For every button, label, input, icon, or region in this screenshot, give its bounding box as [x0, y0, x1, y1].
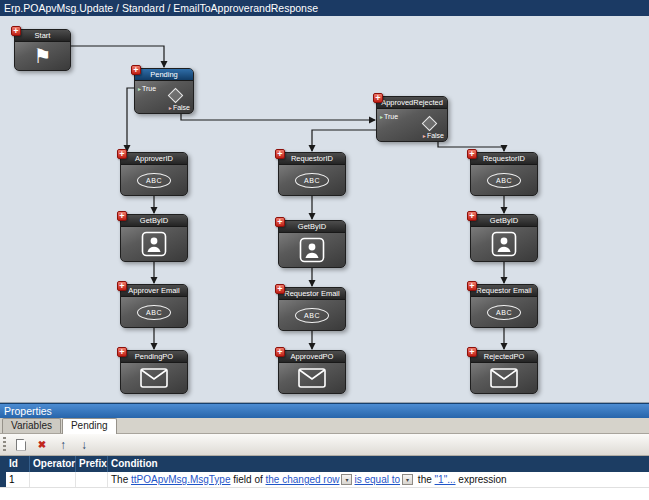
add-badge-icon[interactable]: + [467, 347, 477, 357]
add-badge-icon[interactable]: + [467, 211, 477, 221]
node-approved-po[interactable]: + ApprovedPO [278, 350, 346, 394]
node-title: GetByID [279, 221, 345, 233]
edges-layer [0, 16, 649, 403]
delete-row-button[interactable]: ✖ [32, 436, 52, 454]
envelope-icon [490, 368, 518, 388]
column-header-operator: Operator [30, 456, 76, 472]
add-badge-icon[interactable]: + [275, 149, 285, 159]
add-badge-icon[interactable]: + [275, 284, 285, 294]
condition-cell: The ttPOApvMsg.MsgType field of the chan… [108, 472, 649, 487]
node-title: Requestor Email [279, 288, 345, 300]
grid-toolbar: ✖↑↓ [0, 434, 649, 456]
decision-diamond-icon [168, 88, 184, 104]
edge-pending-to-approver-id [127, 88, 134, 151]
condition-link[interactable]: the changed row [266, 472, 340, 487]
node-title: Pending [135, 69, 193, 81]
node-requestor-id-3[interactable]: + RequestorID ABC [470, 152, 538, 196]
add-badge-icon[interactable]: + [275, 347, 285, 357]
abc-field-icon: ABC [295, 308, 329, 323]
false-branch-label: ▸False [423, 132, 444, 139]
node-title: ApprovedRejected [377, 97, 447, 109]
edge-pending-to-approved-rejected [181, 114, 375, 120]
add-badge-icon[interactable]: + [11, 26, 21, 36]
add-badge-icon[interactable]: + [467, 281, 477, 291]
node-requestor-email-2[interactable]: + Requestor Email ABC [278, 287, 346, 331]
node-title: RequestorID [279, 153, 345, 165]
dropdown-button[interactable]: ▾ [341, 474, 352, 485]
node-requestor-email-3[interactable]: + Requestor Email ABC [470, 284, 538, 328]
node-get-by-id-3[interactable]: + GetByID [470, 214, 538, 262]
chevron-down-icon: ▾ [406, 477, 409, 483]
chevron-down-icon: ▾ [345, 477, 348, 483]
condition-text: the [415, 472, 434, 487]
node-rejected-po[interactable]: + RejectedPO [470, 350, 538, 394]
abc-field-icon: ABC [487, 305, 521, 320]
properties-panel-header[interactable]: Properties [0, 403, 649, 418]
row-prefix-cell [76, 472, 108, 487]
node-title: ApprovedPO [279, 351, 345, 363]
delete-row-icon: ✖ [38, 440, 46, 450]
add-badge-icon[interactable]: + [117, 149, 127, 159]
add-badge-icon[interactable]: + [275, 217, 285, 227]
node-title: ApproverID [121, 153, 187, 165]
column-header-id: Id [6, 456, 30, 472]
condition-link[interactable]: "1"... [435, 472, 456, 487]
condition-text: The [111, 472, 131, 487]
envelope-icon [140, 368, 168, 388]
row-operator-cell [30, 472, 76, 487]
node-approved-rejected[interactable]: + ApprovedRejected ▸True ▸False [376, 96, 448, 142]
dropdown-button[interactable]: ▾ [402, 474, 413, 485]
abc-field-icon: ABC [295, 173, 329, 188]
add-row-button[interactable] [11, 436, 31, 454]
node-body [121, 363, 187, 393]
tab-pending[interactable]: Pending [62, 418, 117, 434]
node-pending-po[interactable]: + PendingPO [120, 350, 188, 394]
condition-row[interactable]: 1 The ttPOApvMsg.MsgType field of the ch… [0, 472, 649, 488]
column-header-condition: Condition [108, 456, 649, 472]
node-start[interactable]: + Start ⚑ [14, 29, 71, 71]
person-icon [299, 237, 325, 263]
add-badge-icon[interactable]: + [131, 65, 141, 75]
node-body: ABC [471, 165, 537, 195]
column-header-prefix: Prefix [76, 456, 108, 472]
flag-icon: ⚑ [34, 46, 52, 66]
person-icon [141, 231, 167, 257]
add-badge-icon[interactable]: + [467, 149, 477, 159]
node-approver-id[interactable]: + ApproverID ABC [120, 152, 188, 196]
grid-header: IdOperatorPrefixCondition [0, 456, 649, 472]
node-body [279, 233, 345, 267]
node-body [279, 363, 345, 393]
node-title: Start [15, 30, 70, 42]
edge-start-to-pending [71, 46, 164, 67]
node-pending[interactable]: + Pending ▸True ▸False [134, 68, 194, 114]
add-badge-icon[interactable]: + [117, 281, 127, 291]
node-approver-email[interactable]: + Approver Email ABC [120, 284, 188, 328]
node-body: ⚑ [15, 42, 70, 70]
breadcrumb-title-bar: Erp.POApvMsg.Update / Standard / EmailTo… [0, 0, 649, 16]
node-body: ▸True ▸False [135, 81, 193, 113]
bpm-designer-window: Erp.POApvMsg.Update / Standard / EmailTo… [0, 0, 649, 500]
person-icon [491, 231, 517, 257]
node-body: ABC [121, 297, 187, 327]
add-badge-icon[interactable]: + [117, 347, 127, 357]
abc-field-icon: ABC [137, 173, 171, 188]
add-badge-icon[interactable]: + [117, 211, 127, 221]
condition-text: expression [456, 472, 507, 487]
node-requestor-id-2[interactable]: + RequestorID ABC [278, 152, 346, 196]
node-body [471, 227, 537, 261]
move-down-button[interactable]: ↓ [74, 436, 94, 454]
envelope-icon [298, 368, 326, 388]
edge-approved-rejected-to-requestor-id-2 [312, 130, 376, 151]
node-get-by-id-1[interactable]: + GetByID [120, 214, 188, 262]
toolbar-grip[interactable] [3, 437, 6, 453]
condition-link[interactable]: is equal to [354, 472, 400, 487]
node-body: ▸True ▸False [377, 109, 447, 141]
node-get-by-id-2[interactable]: + GetByID [278, 220, 346, 268]
tab-variables[interactable]: Variables [2, 418, 61, 433]
node-title: Requestor Email [471, 285, 537, 297]
workflow-canvas[interactable]: + Start ⚑+ Pending ▸True ▸False+ Approve… [0, 16, 649, 403]
abc-field-icon: ABC [487, 173, 521, 188]
add-badge-icon[interactable]: + [373, 93, 383, 103]
condition-link[interactable]: ttPOApvMsg.MsgType [131, 472, 230, 487]
move-up-button[interactable]: ↑ [53, 436, 73, 454]
